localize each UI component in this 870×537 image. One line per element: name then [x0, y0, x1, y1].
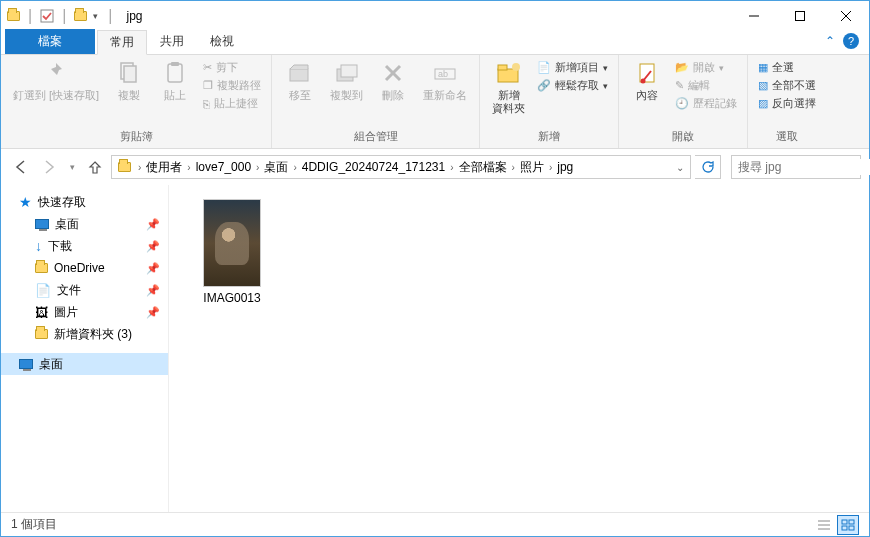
newfolder-button[interactable]: 新增 資料夾	[486, 57, 531, 117]
icons-view-button[interactable]	[837, 515, 859, 535]
delete-button[interactable]: 刪除	[371, 57, 415, 104]
open-button[interactable]: 📂開啟 ▾	[671, 59, 741, 76]
breadcrumb-seg[interactable]: jpg	[555, 160, 575, 174]
forward-button[interactable]	[37, 155, 61, 179]
minimize-button[interactable]	[731, 1, 777, 31]
address-folder-icon	[118, 162, 131, 172]
address-bar[interactable]: › 使用者 › love7_000 › 桌面 › 4DDIG_20240724_…	[111, 155, 691, 179]
nav-quick-access[interactable]: ★ 快速存取	[1, 191, 168, 213]
svg-rect-11	[341, 65, 357, 77]
document-icon: 📄	[35, 283, 51, 298]
breadcrumb-seg[interactable]: 4DDIG_20240724_171231	[300, 160, 447, 174]
cut-button[interactable]: ✂剪下	[199, 59, 265, 76]
easyaccess-icon: 🔗	[537, 79, 551, 92]
breadcrumb-seg[interactable]: 桌面	[262, 159, 290, 176]
refresh-button[interactable]	[695, 155, 721, 179]
file-thumbnail	[203, 199, 261, 287]
open-icon: 📂	[675, 61, 689, 74]
copypath-button[interactable]: ❐複製路徑	[199, 77, 265, 94]
chevron-right-icon[interactable]: ›	[509, 162, 518, 173]
tab-home[interactable]: 常用	[97, 30, 147, 55]
history-button[interactable]: 🕘歷程記錄	[671, 95, 741, 112]
svg-point-18	[512, 63, 520, 71]
svg-rect-7	[168, 64, 182, 82]
app-icon	[7, 11, 20, 21]
svg-rect-27	[849, 520, 854, 524]
pasteshortcut-button[interactable]: ⎘貼上捷徑	[199, 95, 265, 112]
pin-quickaccess-button[interactable]: 釘選到 [快速存取]	[7, 57, 105, 104]
search-box[interactable]	[731, 155, 861, 179]
ribbon-group-label: 選取	[754, 128, 820, 146]
chevron-right-icon[interactable]: ›	[447, 162, 456, 173]
newfolder-icon	[495, 59, 523, 87]
details-view-button[interactable]	[813, 515, 835, 535]
nav-documents[interactable]: 📄 文件 📌	[1, 279, 168, 301]
selectall-button[interactable]: ▦全選	[754, 59, 820, 76]
address-dropdown[interactable]: ⌄	[672, 162, 688, 173]
chevron-right-icon[interactable]: ›	[290, 162, 299, 173]
nav-desktop[interactable]: 桌面 📌	[1, 213, 168, 235]
search-input[interactable]	[736, 159, 870, 175]
tab-file[interactable]: 檔案	[5, 29, 95, 54]
svg-rect-0	[41, 10, 53, 22]
copy-button[interactable]: 複製	[107, 57, 151, 104]
breadcrumb-seg[interactable]: 使用者	[144, 159, 184, 176]
newitem-icon: 📄	[537, 61, 551, 74]
paste-icon	[161, 59, 189, 87]
svg-rect-6	[124, 66, 136, 82]
chevron-right-icon[interactable]: ›	[253, 162, 262, 173]
properties-icon	[633, 59, 661, 87]
file-list[interactable]: IMAG0013	[169, 185, 869, 512]
selectnone-button[interactable]: ▧全部不選	[754, 77, 820, 94]
breadcrumb-seg[interactable]: 全部檔案	[457, 159, 509, 176]
nav-newfolder3[interactable]: 新增資料夾 (3)	[1, 323, 168, 345]
pin-icon	[42, 59, 70, 87]
properties-button[interactable]: 內容	[625, 57, 669, 104]
back-button[interactable]	[9, 155, 33, 179]
pin-icon: 📌	[146, 262, 160, 275]
up-button[interactable]	[83, 155, 107, 179]
chevron-right-icon[interactable]: ›	[184, 162, 193, 173]
tab-view[interactable]: 檢視	[197, 29, 247, 54]
svg-rect-17	[498, 65, 507, 70]
address-bar-row: ▾ › 使用者 › love7_000 › 桌面 › 4DDIG_2024072…	[1, 149, 869, 185]
desktop-icon	[19, 359, 33, 369]
edit-button[interactable]: ✎編輯	[671, 77, 741, 94]
nav-onedrive[interactable]: OneDrive 📌	[1, 257, 168, 279]
recent-dropdown[interactable]: ▾	[65, 155, 79, 179]
tab-share[interactable]: 共用	[147, 29, 197, 54]
chevron-right-icon[interactable]: ›	[546, 162, 555, 173]
svg-rect-29	[849, 526, 854, 530]
nav-pictures[interactable]: 🖼 圖片 📌	[1, 301, 168, 323]
help-icon[interactable]: ?	[843, 33, 859, 49]
nav-downloads[interactable]: ↓ 下載 📌	[1, 235, 168, 257]
copy-icon	[115, 59, 143, 87]
qat-item-folder[interactable]	[74, 11, 87, 21]
copyto-button[interactable]: 複製到	[324, 57, 369, 104]
chevron-right-icon[interactable]: ›	[135, 162, 144, 173]
moveto-button[interactable]: 移至	[278, 57, 322, 104]
pin-icon: 📌	[146, 218, 160, 231]
svg-rect-16	[498, 69, 518, 82]
qat-dropdown[interactable]: ▾	[91, 11, 100, 21]
download-icon: ↓	[35, 238, 42, 254]
paste-button[interactable]: 貼上	[153, 57, 197, 104]
maximize-button[interactable]	[777, 1, 823, 31]
newitem-button[interactable]: 📄新增項目 ▾	[533, 59, 612, 76]
edit-icon: ✎	[675, 79, 684, 92]
selectinvert-button[interactable]: ▨反向選擇	[754, 95, 820, 112]
breadcrumb-seg[interactable]: 照片	[518, 159, 546, 176]
svg-rect-26	[842, 520, 847, 524]
qat-separator: |	[108, 7, 112, 25]
breadcrumb-seg[interactable]: love7_000	[194, 160, 253, 174]
svg-rect-9	[290, 69, 308, 81]
ribbon-collapse-icon[interactable]: ⌃	[825, 34, 835, 48]
qat-item-checkbox[interactable]	[40, 9, 54, 23]
rename-button[interactable]: ab 重新命名	[417, 57, 473, 104]
pin-icon: 📌	[146, 284, 160, 297]
nav-desktop-root[interactable]: 桌面	[1, 353, 168, 375]
file-item[interactable]: IMAG0013	[187, 199, 277, 305]
easyaccess-button[interactable]: 🔗輕鬆存取 ▾	[533, 77, 612, 94]
close-button[interactable]	[823, 1, 869, 31]
qat-separator: |	[28, 7, 32, 25]
